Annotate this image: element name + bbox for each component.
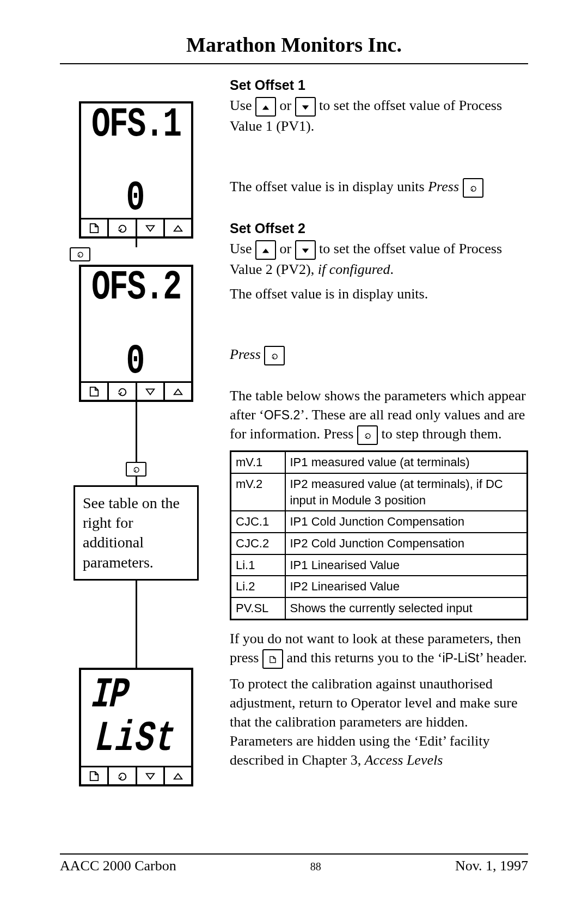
scroll-key-icon	[463, 178, 483, 198]
down-button[interactable]	[137, 383, 165, 400]
down-key-icon	[295, 240, 316, 260]
text: to step through them.	[381, 426, 501, 442]
param-desc: Shows the currently selected input	[285, 597, 528, 619]
text: and this returns you to the ‘	[286, 650, 442, 666]
right-column: Set Offset 1 Use or to set the offset va…	[230, 74, 528, 786]
param-desc: IP1 Linearised Value	[285, 554, 528, 576]
table-row: Li.1IP1 Linearised Value	[231, 554, 528, 576]
down-button[interactable]	[137, 767, 165, 784]
scroll-button[interactable]	[109, 219, 137, 236]
scroll-button[interactable]	[109, 767, 137, 784]
footer-rule	[60, 853, 528, 855]
offset-display-units-1: The offset value is in display units Pre…	[230, 177, 528, 198]
top-rule	[60, 63, 528, 64]
press-label: Press	[230, 346, 261, 362]
parameter-table: mV.1IP1 measured value (at terminals)mV.…	[230, 450, 528, 620]
param-key: mV.2	[231, 473, 285, 511]
down-button[interactable]	[137, 219, 165, 236]
param-key: CJC.2	[231, 533, 285, 554]
page-button[interactable]	[81, 767, 109, 784]
lcd-display-ofs2: OFS.2 0	[79, 265, 193, 402]
text: Use	[230, 97, 255, 113]
lcd2-bottom-value: 0	[126, 342, 146, 383]
param-desc: IP1 measured value (at terminals)	[285, 452, 528, 473]
page-footer: AACC 2000 Carbon 88 Nov. 1, 1997	[60, 853, 528, 874]
scroll-key-icon	[357, 425, 378, 445]
set-offset-2-heading: Set Offset 2	[230, 219, 528, 238]
offset-display-units-2: The offset value is in display units.	[230, 284, 528, 303]
text: or	[279, 97, 295, 113]
page-button[interactable]	[81, 219, 109, 236]
page-number: 88	[310, 861, 321, 873]
up-key-icon	[255, 97, 276, 117]
text: ’ header.	[479, 650, 527, 666]
param-key: CJC.1	[231, 511, 285, 533]
scroll-key-standalone[interactable]	[70, 247, 90, 261]
param-key: Li.1	[231, 554, 285, 576]
lcd-display-ofs1: OFS.1 0	[79, 101, 193, 239]
press-scroll: Press	[230, 345, 528, 365]
up-button[interactable]	[165, 767, 191, 784]
up-key-icon	[255, 240, 276, 260]
text: .	[390, 261, 394, 277]
lcd1-bottom-value: 0	[126, 178, 146, 219]
param-desc: IP1 Cold Junction Compensation	[285, 511, 528, 533]
param-key: PV.SL	[231, 597, 285, 619]
param-desc: IP2 Linearised Value	[285, 576, 528, 597]
footer-date: Nov. 1, 1997	[455, 858, 528, 874]
access-levels-ref: Access Levels	[365, 752, 443, 768]
param-desc: IP2 Cold Junction Compensation	[285, 533, 528, 554]
param-key: mV.1	[231, 452, 285, 473]
lcd1-top-value: OFS.1	[91, 104, 181, 145]
protect-calibration-para: To protect the calibration against unaut…	[230, 674, 528, 770]
up-button[interactable]	[165, 383, 191, 400]
text: or	[279, 241, 295, 257]
lcd-display-iplist: IP LiSt	[79, 668, 193, 786]
if-configured: if configured	[318, 261, 390, 277]
press-label: Press	[428, 179, 459, 194]
param-desc: IP2 measured value (at terminals), if DC…	[285, 473, 528, 511]
page-key-icon	[262, 649, 283, 669]
scroll-key-standalone[interactable]	[126, 462, 146, 476]
connector-line	[136, 239, 137, 247]
footer-left: AACC 2000 Carbon	[60, 858, 176, 874]
lcd3-bottom-value: LiSt	[94, 718, 177, 760]
scroll-button[interactable]	[109, 383, 137, 400]
page-button[interactable]	[81, 383, 109, 400]
set-offset-2-text: Use or to set the offset value of Proces…	[230, 239, 528, 279]
connector-line	[136, 477, 137, 485]
up-button[interactable]	[165, 219, 191, 236]
param-key: Li.2	[231, 576, 285, 597]
table-row: mV.1IP1 measured value (at terminals)	[231, 452, 528, 473]
ofs2-code: OFS.2	[264, 408, 300, 422]
table-row: PV.SLShows the currently selected input	[231, 597, 528, 619]
connector-line	[136, 581, 137, 668]
down-key-icon	[295, 97, 316, 117]
table-row: CJC.2IP2 Cold Junction Compensation	[231, 533, 528, 554]
set-offset-1-heading: Set Offset 1	[230, 76, 528, 95]
text: The offset value is in display units	[230, 179, 428, 194]
text: Use	[230, 241, 255, 257]
table-row: Li.2IP2 Linearised Value	[231, 576, 528, 597]
set-offset-1-text: Use or to set the offset value of Proces…	[230, 96, 528, 136]
connector-line	[136, 402, 137, 462]
table-row: CJC.1IP1 Cold Junction Compensation	[231, 511, 528, 533]
table-intro: The table below shows the parameters whi…	[230, 386, 528, 445]
iplist-code: iP-LiSt	[442, 651, 479, 665]
scroll-key-icon	[264, 346, 285, 365]
page-title: Marathon Monitors Inc.	[60, 33, 528, 57]
see-table-note: See table on the right for additional pa…	[74, 485, 199, 581]
table-row: mV.2IP2 measured value (at terminals), i…	[231, 473, 528, 511]
lcd3-top-value: IP	[90, 674, 130, 717]
after-table-para: If you do not want to look at these para…	[230, 629, 528, 669]
left-column: OFS.1 0 OFS.2 0	[60, 74, 212, 786]
lcd2-top-value: OFS.2	[91, 268, 181, 309]
